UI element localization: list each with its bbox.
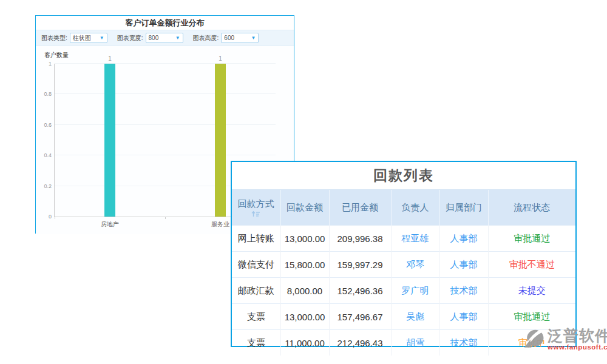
table-header-row: 回款方式 回款金额 已用金额 负责人 归属部门 流程状态 bbox=[232, 190, 575, 226]
page: 客户订单金额行业分布 图表类型: 柱状图 ▼ 图表宽度: 800 ▼ 图表高度: bbox=[0, 0, 607, 364]
chart-type-label: 图表类型: bbox=[41, 34, 67, 42]
cell-used: 152,496.36 bbox=[329, 278, 391, 304]
cell-used: 159,997.29 bbox=[329, 252, 391, 278]
y-axis-tick-label: 0.2 bbox=[33, 183, 52, 190]
gridline bbox=[55, 124, 276, 125]
cell-status[interactable]: 未提交 bbox=[488, 278, 575, 304]
cell-method: 支票 bbox=[232, 330, 280, 356]
col-header-owner[interactable]: 负责人 bbox=[391, 190, 439, 226]
chart-controls-bar: 图表类型: 柱状图 ▼ 图表宽度: 800 ▼ 图表高度: 600 ▼ bbox=[36, 30, 294, 46]
chart-type-control: 图表类型: 柱状图 ▼ bbox=[41, 33, 107, 43]
chart-height-select[interactable]: 600 ▼ bbox=[221, 33, 259, 43]
chart-width-select[interactable]: 800 ▼ bbox=[146, 33, 183, 43]
cell-used: 209,996.38 bbox=[329, 226, 391, 252]
cell-dept[interactable]: 人事部 bbox=[439, 304, 488, 330]
gridline bbox=[55, 93, 276, 94]
cell-status[interactable]: 审批不通过 bbox=[488, 252, 575, 278]
bar-房地产 bbox=[104, 64, 115, 217]
cell-owner[interactable]: 程亚雄 bbox=[391, 226, 439, 252]
chevron-down-icon: ▼ bbox=[100, 36, 104, 41]
sort-ascending-icon[interactable] bbox=[251, 211, 260, 217]
cell-amount: 13,000.00 bbox=[280, 304, 329, 330]
y-axis-tick-label: 1 bbox=[33, 60, 52, 67]
gridline bbox=[55, 155, 276, 155]
chart-height-label: 图表高度: bbox=[193, 34, 219, 42]
watermark: 泛普软件 www.fanpusoft.com bbox=[522, 328, 607, 352]
chevron-down-icon: ▼ bbox=[251, 36, 256, 41]
chart-height-value: 600 bbox=[224, 35, 234, 41]
x-axis-category-label: 房地产 bbox=[86, 220, 134, 229]
y-axis-tick-label: 0.8 bbox=[33, 90, 52, 98]
col-header-method[interactable]: 回款方式 bbox=[232, 190, 280, 226]
cell-dept[interactable]: 技术部 bbox=[439, 330, 488, 356]
cell-used: 157,496.67 bbox=[329, 304, 391, 330]
cell-method: 微信支付 bbox=[232, 252, 280, 278]
bar-value-label: 1 bbox=[98, 55, 122, 62]
cell-dept[interactable]: 人事部 bbox=[439, 252, 488, 278]
table-row: 微信支付15,800.00159,997.29邓琴人事部审批不通过 bbox=[232, 252, 575, 278]
y-axis-tick-label: 0.6 bbox=[33, 121, 52, 129]
cell-used: 212,496.43 bbox=[329, 330, 391, 356]
table-row: 支票13,000.00157,496.67吴彪人事部审批通过 bbox=[232, 304, 575, 330]
cell-status[interactable]: 审批通过 bbox=[488, 304, 575, 330]
cell-status[interactable]: 审批通过 bbox=[488, 226, 575, 252]
cell-owner[interactable]: 胡雪 bbox=[391, 330, 439, 356]
table-row: 邮政汇款8,000.00152,496.36罗广明技术部未提交 bbox=[232, 278, 575, 304]
fanpu-logo-icon bbox=[522, 328, 546, 352]
cell-amount: 13,000.00 bbox=[280, 226, 329, 252]
bar-value-label: 1 bbox=[208, 55, 232, 62]
table-row: 网上转账13,000.00209,996.38程亚雄人事部审批通过 bbox=[232, 226, 575, 252]
watermark-name: 泛普软件 bbox=[548, 328, 607, 343]
chart-width-label: 图表宽度: bbox=[117, 34, 143, 42]
cell-owner[interactable]: 罗广明 bbox=[391, 278, 439, 304]
bar-服务业 bbox=[215, 64, 226, 217]
y-axis-tick-label: 0 bbox=[33, 213, 52, 220]
chevron-down-icon: ▼ bbox=[175, 36, 180, 41]
chart-width-control: 图表宽度: 800 ▼ bbox=[117, 33, 183, 43]
table-title: 回款列表 bbox=[232, 162, 575, 189]
y-axis-title: 客户数量 bbox=[44, 51, 69, 59]
y-axis-tick-label: 0.4 bbox=[33, 152, 52, 159]
cell-dept[interactable]: 人事部 bbox=[439, 226, 488, 252]
x-axis-tick bbox=[165, 217, 166, 219]
chart-width-value: 800 bbox=[149, 35, 159, 41]
gridline bbox=[55, 63, 276, 64]
cell-amount: 8,000.00 bbox=[280, 278, 329, 304]
cell-method: 邮政汇款 bbox=[232, 278, 280, 304]
col-header-dept[interactable]: 归属部门 bbox=[439, 190, 488, 226]
cell-owner[interactable]: 邓琴 bbox=[391, 252, 439, 278]
col-header-amount[interactable]: 回款金额 bbox=[280, 190, 329, 226]
chart-type-select[interactable]: 柱状图 ▼ bbox=[70, 33, 107, 43]
watermark-url: www.fanpusoft.com bbox=[548, 343, 607, 351]
chart-panel-title: 客户订单金额行业分布 bbox=[36, 16, 294, 30]
col-header-status[interactable]: 流程状态 bbox=[488, 190, 575, 226]
cell-owner[interactable]: 吴彪 bbox=[391, 304, 439, 330]
x-axis-tick bbox=[55, 217, 55, 219]
cell-amount: 15,800.00 bbox=[280, 252, 329, 278]
cell-method: 支票 bbox=[232, 304, 280, 330]
chart-height-control: 图表高度: 600 ▼ bbox=[193, 33, 259, 43]
cell-method: 网上转账 bbox=[232, 226, 280, 252]
col-header-used[interactable]: 已用金额 bbox=[329, 190, 391, 226]
cell-amount: 11,000.00 bbox=[280, 330, 329, 356]
cell-dept[interactable]: 技术部 bbox=[439, 278, 488, 304]
payment-list-panel: 回款列表 回款方式 回款金 bbox=[231, 161, 577, 347]
chart-type-value: 柱状图 bbox=[73, 34, 91, 42]
